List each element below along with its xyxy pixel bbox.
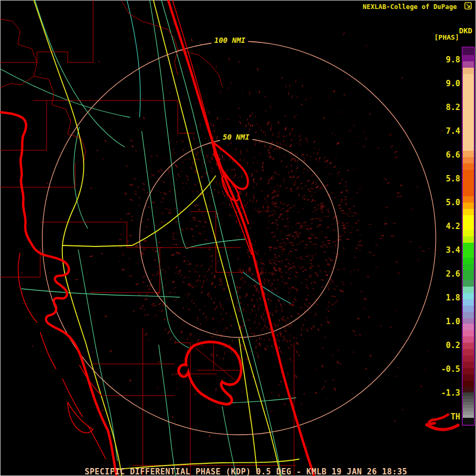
color-scale-tick-label: 3.4 <box>431 245 460 255</box>
color-scale-tick-label: 1.0 <box>431 317 460 326</box>
color-scale-tick-label: TH <box>431 412 460 422</box>
color-scale-tick-label: 9.8 <box>431 55 460 65</box>
coastline-lines <box>0 0 314 476</box>
color-scale-tick-label: 1.8 <box>431 293 460 303</box>
river-lines <box>0 0 296 476</box>
resize-box-icon <box>464 2 472 10</box>
site-credit: NEXLAB-College of DuPage <box>363 3 457 11</box>
color-scale-tick-label: 2.6 <box>431 269 460 279</box>
color-scale-tick-label: 8.2 <box>431 103 460 112</box>
product-code: DKD <box>459 26 472 35</box>
color-scale-tick-label: 6.6 <box>431 150 460 160</box>
color-scale-tick-label: 5.0 <box>431 198 460 207</box>
color-scale-tick-label: 0.2 <box>431 341 460 350</box>
product-units: [PHAS] <box>434 33 459 41</box>
color-scale-tick-label: -1.3 <box>431 388 460 398</box>
color-scale-bar <box>462 47 475 426</box>
status-bar: SPECIFIC DIFFERENTIAL PHASE (KDP) 0.5 DE… <box>85 467 407 476</box>
range-ring-label-50nmi: 50 NMI <box>220 133 252 141</box>
color-scale-tick-label: 4.2 <box>431 222 460 231</box>
color-scale-tick-label: -0.5 <box>431 364 460 374</box>
radar-map <box>0 0 476 476</box>
radar-display: NEXLAB-College of DuPage DKD [PHAS] 100 … <box>0 0 476 476</box>
range-ring-label-100nmi: 100 NMI <box>212 36 248 44</box>
color-scale-tick-label: 9.0 <box>431 79 460 88</box>
county-boundary-lines <box>0 0 296 476</box>
color-scale-tick-label: 7.4 <box>431 126 460 136</box>
color-scale-tick-label: 5.8 <box>431 174 460 184</box>
